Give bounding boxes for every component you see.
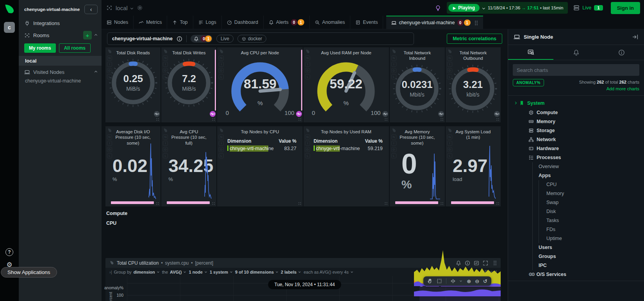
anomaly-rate-icon[interactable] xyxy=(438,111,444,117)
zoom-in-icon[interactable]: ⊕ xyxy=(467,279,471,284)
tree-item-apps-tasks[interactable]: Tasks xyxy=(539,216,644,225)
metric-correlations-button[interactable]: Metric correlations xyxy=(447,34,502,44)
rooms-collapse-chevron-icon[interactable] xyxy=(95,34,97,36)
node-info-icon[interactable] xyxy=(177,36,182,42)
date-range[interactable]: 11/18/24 • 17:36 → 17:51 • last 15min xyxy=(488,5,563,10)
node-alerts-pill[interactable]: 0 1 xyxy=(191,35,212,43)
anomaly-rate-icon[interactable] xyxy=(494,111,500,117)
table-row[interactable]: chnyge-vrtl-machine 59.219 xyxy=(314,145,383,151)
room-item-local[interactable]: local xyxy=(19,56,102,66)
table-row[interactable]: chnyge-vrtl-machine 83.27 xyxy=(227,145,296,151)
sidebar-item-integrations[interactable]: Integrations xyxy=(19,18,102,29)
groupby-dropdown[interactable]: dimension xyxy=(134,270,155,274)
resize-handle-icon[interactable] xyxy=(298,202,301,205)
aggregation-dropdown[interactable]: AVG() xyxy=(170,270,182,274)
tree-item-apps-uptime[interactable]: Uptime xyxy=(539,234,644,243)
add-more-charts-link[interactable]: Add more charts xyxy=(579,86,639,92)
all-rooms-button[interactable]: All rooms xyxy=(59,43,91,53)
chart-card-network-inbound[interactable]: NIDL Total Network Inbound 0.0231 Mbit/s xyxy=(390,47,445,122)
playing-button[interactable]: ▶ Playing xyxy=(448,4,480,12)
tree-item-storage[interactable]: Storage xyxy=(508,126,644,135)
horizontal-zoom-icon[interactable] xyxy=(450,278,456,284)
collapse-panel-icon[interactable] xyxy=(632,34,639,40)
chart-card-memory-pressure[interactable]: NIDL Avg Memory Pressure (10 sec, some) … xyxy=(390,126,445,206)
docker-pill[interactable]: docker xyxy=(237,35,266,43)
plot-toolbar[interactable]: ⊕ ⊖ ↺ xyxy=(423,276,491,286)
chart-card-avg-ram[interactable]: NIDL Avg Used RAM per Node 59.22 % 0100 xyxy=(303,47,389,122)
resize-handle-icon[interactable] xyxy=(156,118,159,121)
visited-nodes-chevron-icon[interactable] xyxy=(95,71,97,73)
tree-item-groups[interactable]: Groups xyxy=(532,252,644,261)
tree-item-apps-disk[interactable]: Disk xyxy=(539,207,644,216)
ring-gauge[interactable]: 7.2 MiB/s xyxy=(164,58,214,108)
tree-item-hardware[interactable]: Hardware xyxy=(508,144,644,153)
resize-handle-icon[interactable] xyxy=(384,202,388,205)
select-area-icon[interactable] xyxy=(437,278,442,284)
cpu-utilization-chart[interactable]: Total CPU utilization • system.cpu • [pe… xyxy=(105,258,501,301)
tree-item-overview[interactable]: Overview xyxy=(532,162,644,171)
resize-handle-icon[interactable] xyxy=(384,118,388,121)
tree-item-network[interactable]: Network xyxy=(508,135,644,144)
live-nodes-indicator[interactable]: Live 1 xyxy=(573,5,603,11)
dimensions-dropdown[interactable]: 9 of 10 dimensions xyxy=(235,270,274,274)
chart-card-network-outbound[interactable]: NIDL Total Network Outbound 3.21 kbit/s xyxy=(446,47,501,122)
chart-card-top-nodes-cpu[interactable]: NIDL Top Nodes by CPU DimensionValue % c… xyxy=(217,126,303,206)
ring-gauge[interactable]: 0.25 MiB/s xyxy=(108,58,158,108)
add-room-button[interactable]: + xyxy=(83,31,92,39)
netdata-logo-icon[interactable] xyxy=(4,3,15,15)
tab-charts[interactable] xyxy=(508,45,553,60)
anomaly-rate-icon[interactable] xyxy=(382,111,388,117)
tree-item-apps-memory[interactable]: Memory xyxy=(539,189,644,198)
room-settings-gear-icon[interactable] xyxy=(137,5,143,11)
anomaly-rate-icon[interactable] xyxy=(210,111,216,117)
resize-handle-icon[interactable] xyxy=(496,118,500,121)
live-status-pill[interactable]: Live xyxy=(216,35,234,43)
chart-card-total-disk-writes[interactable]: NIDL Total Disk Writes 7.2 MiB/s xyxy=(161,47,216,122)
ring-gauge[interactable]: 3.21 kbit/s xyxy=(448,64,498,114)
tree-item-processes[interactable]: Processes xyxy=(508,153,644,162)
resize-handle-icon[interactable] xyxy=(298,118,301,121)
anomaly-rate-icon[interactable] xyxy=(154,111,160,117)
playing-dropdown-chevron-icon[interactable] xyxy=(482,6,485,9)
tree-item-memory[interactable]: Memory xyxy=(508,117,644,126)
ram-gauge[interactable]: 59.22 % xyxy=(313,57,379,114)
cpu-gauge[interactable]: 81.59 % xyxy=(227,57,293,114)
tab-anomalies[interactable]: Anomalies xyxy=(310,16,350,29)
nodes-dropdown[interactable]: 1 node xyxy=(189,270,202,274)
resize-handle-icon[interactable] xyxy=(212,118,215,121)
resize-handle-icon[interactable] xyxy=(212,202,215,205)
tab-metrics[interactable]: Metrics xyxy=(134,16,167,29)
news-bulb-icon[interactable] xyxy=(435,5,441,11)
chart-card-system-load[interactable]: NIDL Avg System Load (1 min) 2.97load xyxy=(446,126,501,206)
tab-node-active[interactable]: chenyuge-virtual-machine 0 1 xyxy=(386,16,483,29)
chart-card-total-disk-reads[interactable]: NIDL Total Disk Reads 0.25 MiB/s xyxy=(105,47,161,122)
tree-item-ipc[interactable]: IPC xyxy=(532,261,644,270)
chart-card-disk-io-pressure[interactable]: NIDL Average Disk I/O Pressure (10 sec, … xyxy=(105,126,161,206)
sidebar-collapse-button[interactable]: ‹ xyxy=(84,5,98,14)
tree-item-containers-vms[interactable]: Containers & VMs xyxy=(508,283,644,284)
tab-nodes[interactable]: Nodes xyxy=(102,16,134,29)
tab-alerts[interactable]: Alerts 0 1 xyxy=(264,16,310,29)
ring-gauge[interactable]: 0.0231 Mbit/s xyxy=(392,64,442,114)
tree-item-apps-cpu[interactable]: CPU xyxy=(539,180,644,189)
tree-item-apps-swap[interactable]: Swap xyxy=(539,198,644,207)
tab-logs[interactable]: Logs xyxy=(193,16,222,29)
sidebar-item-rooms[interactable]: Rooms + xyxy=(19,29,102,42)
search-charts-input[interactable] xyxy=(513,64,639,76)
sign-in-button[interactable]: Sign in xyxy=(611,2,640,14)
resize-handle-icon[interactable] xyxy=(496,202,500,205)
room-selector[interactable]: local xyxy=(106,5,133,11)
tab-alerts-panel[interactable] xyxy=(553,45,599,60)
zoom-out-icon[interactable]: ⊖ xyxy=(475,279,479,284)
resize-handle-icon[interactable] xyxy=(440,118,444,121)
space-chip[interactable]: c xyxy=(4,22,15,33)
tab-events[interactable]: Events xyxy=(350,16,383,29)
chart-card-cpu-pressure[interactable]: NIDL Avg CPU Pressure (10 sec, full) 34.… xyxy=(161,126,216,206)
tab-dashboard[interactable]: Dashboard xyxy=(222,16,264,29)
tree-item-compute[interactable]: Compute xyxy=(508,108,644,117)
tree-item-apps[interactable]: Apps xyxy=(532,171,644,180)
pan-hand-icon[interactable] xyxy=(427,278,433,284)
instances-dropdown[interactable]: 1 system xyxy=(210,270,228,274)
tab-top[interactable]: Top xyxy=(167,16,193,29)
reset-zoom-icon[interactable]: ↺ xyxy=(483,279,487,284)
